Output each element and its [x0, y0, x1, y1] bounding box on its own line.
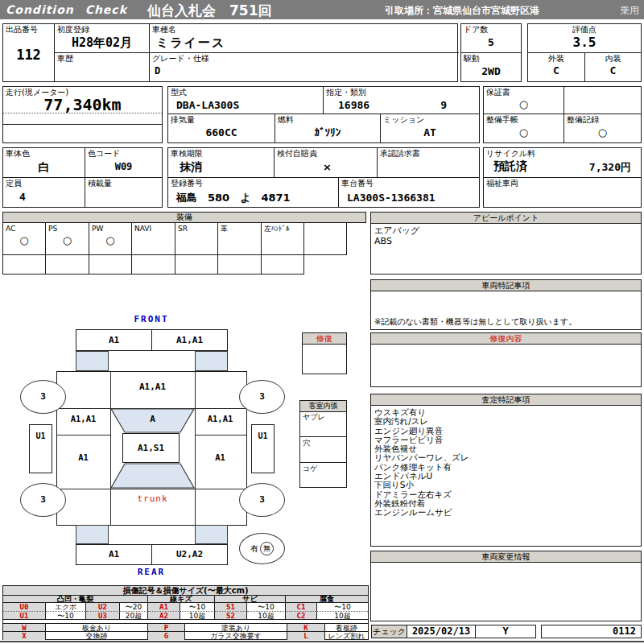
vehicle-notes-note: ※記載のない書類・機器等は無しとして取り扱います。: [374, 316, 576, 328]
sill-right: U1: [251, 424, 275, 473]
legend-cell: 10超: [247, 612, 286, 620]
history-cell: 車歴: [55, 53, 150, 81]
legend-row4: X 交換跡 G ガラス交換要す L レンズ割れ: [3, 632, 368, 640]
exterior-label: 外装: [528, 53, 584, 63]
equip-cell-pw: PW ○: [89, 223, 132, 254]
legend-cell: W: [3, 624, 46, 632]
mileage-box: 走行(現メーター) 77,340km: [2, 86, 163, 143]
divider: [3, 124, 162, 125]
drive-cell: 駆動 2WD: [461, 53, 521, 81]
headlamp-right: [195, 351, 228, 371]
trunk-label: trunk: [110, 493, 195, 504]
equip-cell-navi: NAVI: [132, 223, 175, 254]
load-cell: 積載量: [85, 178, 162, 207]
warranty-label: 保証書: [484, 87, 564, 97]
list-item: 下回りS小: [374, 481, 638, 489]
pickup-location: 引取場所：宮城県仙台市宮城野区港: [385, 4, 539, 18]
class-no-label: 指定・類別: [324, 87, 479, 97]
equip-empty-cell: [46, 255, 89, 274]
equip-cell-ps: PS ○: [46, 223, 89, 254]
rear-bumper-right-damage: U2,A2: [152, 545, 227, 564]
check-date: 2025/02/13: [407, 625, 476, 638]
empty-cell: [564, 87, 641, 114]
legend-cell: 塗装あり: [185, 624, 287, 632]
cabin-title: 客室内張: [300, 401, 346, 412]
insurance-cell: 検付自賠責 ×: [275, 148, 378, 178]
divider: [56, 489, 247, 489]
doors-drive-box: ドア数 5 駆動 2WD: [460, 23, 522, 82]
doors-cell: ドア数 5: [461, 24, 521, 53]
equip-empty-cell: [132, 255, 175, 274]
list-item: エアバッグ: [374, 225, 638, 236]
equip-navi-label: NAVI: [132, 223, 175, 233]
legend-cell: 10超: [180, 612, 215, 620]
equip-ac-value: ○: [3, 234, 45, 246]
rear-bumper-left-damage: A1: [76, 545, 151, 564]
spare-has-label: 有: [250, 543, 258, 555]
repair-box-title: 修復: [303, 333, 346, 345]
fuel-cell: 燃料 ｶﾞｿﾘﾝ: [275, 114, 381, 142]
legend-cell: X: [3, 632, 46, 640]
insurance-value: ×: [323, 161, 332, 173]
tire-front-left: 3: [20, 380, 66, 414]
vehicle-notes-section: 車両特記事項 ※記載のない書類・機器等は無しとして取り扱います。: [370, 279, 642, 330]
change-info-title: 車両変更情報: [371, 551, 641, 563]
cabin-row-tear-label: ヤブレ: [300, 411, 346, 421]
vehicle-notes-title: 車両特記事項: [371, 280, 641, 291]
legend-cell: レンズ割れ: [325, 632, 368, 640]
legend-table: 損傷記号＆損傷サイズ(〜最大cm) 凸凹・亀裂 線キズ サビ 腐食 U0 エクボ…: [2, 585, 369, 640]
equip-cell-sr: SR: [175, 223, 218, 254]
recycle-cell: リサイクル料 預託済 7,320円: [484, 148, 641, 178]
front-bumper-right-cell: A1,A1: [152, 330, 227, 350]
inspection-cell: 車検期限 抹消: [168, 148, 275, 178]
equipment-row1: AC ○ PS ○ PW ○ NAVI SR 革 左ﾊﾝﾄﾞﾙ: [2, 222, 347, 255]
front-bumper-left-damage: A1: [76, 330, 151, 350]
rear-bumper: A1 U2,A2: [76, 544, 228, 565]
chassis-label: 車台番号: [339, 178, 479, 188]
doors-label: ドア数: [461, 24, 521, 34]
legend-group-scratch: 線キズ: [148, 596, 215, 603]
equip-sr-label: SR: [175, 223, 217, 233]
taillamp-right: [195, 525, 228, 544]
lot-label: 出品番号: [3, 24, 54, 34]
cabin-row-burn: コゲ: [300, 463, 346, 487]
legend-row1: U0 エクボ U2 〜20 A1 〜10 S1 〜10 C1 〜10: [3, 603, 368, 612]
interior-cell: 内装 C: [585, 53, 641, 81]
model-code-label: 型式: [168, 87, 323, 97]
score-value: 3.5: [528, 35, 641, 50]
recycle-status: 預託済: [493, 159, 527, 174]
legend-cell: U0: [3, 603, 46, 612]
recycle-label: リサイクル料: [484, 148, 641, 158]
equip-pw-value: ○: [89, 234, 131, 246]
legend-cell: U2: [86, 603, 120, 612]
maint-record-value: ○: [564, 126, 641, 138]
vehicle-class: 乗用: [620, 4, 639, 18]
lot-cell: 出品番号 112: [3, 24, 55, 81]
row3-left-box: 車体色 白 色コード W09 定員 4 積載量: [2, 147, 163, 208]
maint-book-value: ○: [484, 126, 564, 138]
list-item: エンジンルームサビ: [374, 508, 638, 517]
equip-empty-cell: [3, 255, 46, 274]
score-cell: 評価点 3.5: [528, 24, 641, 53]
auction-sheet: Condition Check 仙台入札会 751回 引取場所：宮城県仙台市宮城…: [0, 0, 644, 644]
legend-cell: 板金あり: [46, 624, 148, 632]
legend-cell: エクボ: [46, 603, 86, 612]
legend-cell: L: [287, 632, 325, 640]
legend-cell: 〜10: [247, 603, 286, 612]
mileage-value: 77,340km: [3, 95, 162, 114]
divider: [195, 435, 247, 436]
chassis-value: LA300S-1366381: [347, 192, 436, 204]
equip-leather-label: 革: [218, 223, 261, 233]
equip-cell-leather: 革: [218, 223, 262, 254]
assessment-section: 査定特記事項 ウスキズ有り室内汚れ/スレエンジン廻り異音マフラービビリ音外装色褪…: [370, 394, 642, 547]
legend-row2: U1 〜10 U3 20超 A2 10超 S2 10超 C2 10超: [3, 612, 368, 620]
equip-empty-cell: [218, 255, 262, 274]
repair-detail-title: 修復内容: [371, 333, 641, 345]
sill-left-damage: U1: [30, 431, 52, 440]
model-code-cell: 型式 DBA-LA300S: [168, 87, 324, 114]
capacity-cell: 定員 4: [3, 178, 85, 207]
check-label: チェック: [371, 625, 407, 638]
auction-title: 仙台入札会 751回: [147, 2, 272, 20]
front-bumper-left-cell: A1: [76, 330, 152, 350]
repair-detail-section: 修復内容: [370, 332, 642, 387]
